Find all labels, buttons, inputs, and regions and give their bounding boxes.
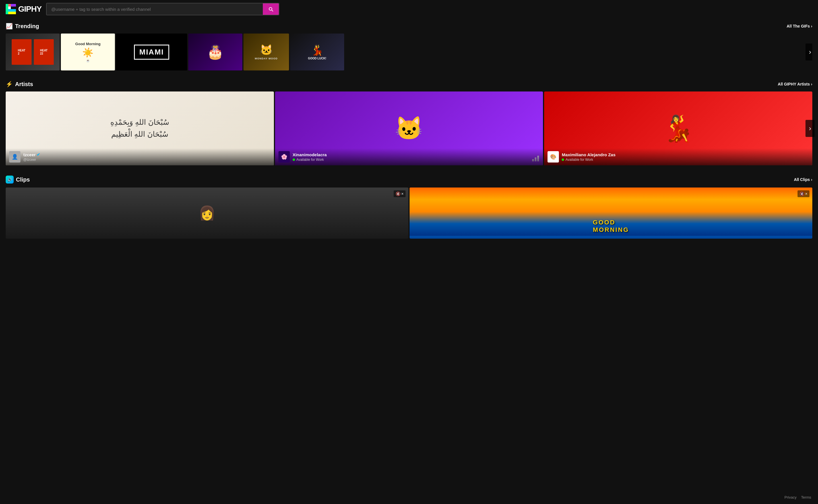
clip-1-content: 👩 [6,188,408,239]
artist-1-details: tzceer ✔ @tzceer [23,152,40,162]
all-clips-link[interactable]: All Clips › [794,177,812,182]
clip-2-content: GOODMORNING [410,188,812,239]
svg-rect-1 [8,4,11,7]
clip-2-mute-button[interactable]: 🔇 × [798,190,809,197]
artist-1-info: 👤 tzceer ✔ @tzceer [6,148,274,165]
trending-item-2[interactable]: Good Morning ☀️ ☕ [61,34,115,70]
search-bar [46,3,279,15]
giphy-logo-icon [6,4,16,14]
artist-2-details: Xinanimodelacra Available for Work [293,152,327,162]
trending-item-3[interactable]: MIAMI [116,34,187,70]
search-button[interactable] [263,3,279,15]
artists-header: ⚡ Artists All GIPHY Artists › [6,81,812,88]
trending-section: 📈 Trending All The GIFs › HEAT2 HEAT22 G… [0,18,818,76]
privacy-link[interactable]: Privacy [784,495,797,499]
clips-grid: 👩 🔇 × GOODMORNING 🔇 × [6,188,812,239]
svg-rect-3 [8,7,11,9]
clip-card-1[interactable]: 👩 🔇 × [6,188,408,239]
artist-2-name: Xinanimodelacra [293,152,327,157]
svg-rect-0 [6,4,8,14]
trending-item-4[interactable]: 🎂 [188,34,242,70]
artist-1-avatar: 👤 [9,151,20,163]
artist-3-details: Maximiliano Alejandro Zas Available for … [562,152,616,162]
artists-title: Artists [15,81,33,88]
trending-item-5[interactable]: 🐱 MONDAY MOOD [244,34,289,70]
header: GIPHY [0,0,818,18]
artist-card-3[interactable]: 💃 🎨 Maximiliano Alejandro Zas Available … [544,91,812,165]
clips-title-group: 🔊 Clips [6,176,30,184]
artist-card-1[interactable]: سُبْحَانَ اللهِ وَبِحَمْدِهِسُبْحَانَ ال… [6,91,274,165]
artist-2-content: 🐱 [395,115,423,142]
logo-text: GIPHY [18,5,41,14]
mute-icon-2: 🔇 [800,191,804,196]
clips-icon: 🔊 [6,176,14,184]
available-dot-3 [562,159,564,161]
artist-3-available: Available for Work [562,158,616,162]
svg-rect-2 [11,4,16,7]
artist-1-handle: @tzceer [23,158,40,162]
artist-3-content: 💃 [663,114,694,143]
artist-card-2[interactable]: 🐱 🌸 Xinanimodelacra Available for Work [275,91,543,165]
trending-title: Trending [15,23,39,30]
artist-3-name: Maximiliano Alejandro Zas [562,152,616,157]
available-dot-2 [293,159,295,161]
artists-title-group: ⚡ Artists [6,81,33,88]
artist-1-name: tzceer ✔ [23,152,40,157]
trending-icon: 📈 [6,23,13,30]
trending-row: HEAT2 HEAT22 Good Morning ☀️ ☕ MIAMI 🎂 🐱… [6,34,812,70]
all-artists-link[interactable]: All GIPHY Artists › [778,82,812,86]
artist-2-info: 🌸 Xinanimodelacra Available for Work [275,148,543,165]
verified-icon-1: ✔ [37,152,40,157]
trending-header: 📈 Trending All The GIFs › [6,23,812,30]
artist-1-content: سُبْحَانَ اللهِ وَبِحَمْدِهِسُبْحَانَ ال… [105,111,174,146]
trending-next-arrow[interactable]: › [805,43,812,61]
trending-item-6[interactable]: 💃 GOOD LUCK! [290,34,344,70]
clip-1-mute-button[interactable]: 🔇 × [394,190,406,197]
search-icon [268,6,274,12]
logo[interactable]: GIPHY [6,4,41,14]
mute-icon-1: 🔇 [396,191,400,196]
svg-rect-4 [8,9,16,12]
clips-header: 🔊 Clips All Clips › [6,176,812,184]
artist-3-info: 🎨 Maximiliano Alejandro Zas Available fo… [544,148,812,165]
clip-card-2[interactable]: GOODMORNING 🔇 × [410,188,812,239]
artists-section: ⚡ Artists All GIPHY Artists › سُبْحَانَ … [0,76,818,171]
clips-title: Clips [16,176,30,183]
all-gifs-link[interactable]: All The GIFs › [787,24,812,28]
artist-2-avatar: 🌸 [279,151,290,163]
footer: Privacy Terms [784,495,811,499]
clips-section: 🔊 Clips All Clips › 👩 🔇 × GOODMORNING [0,171,818,244]
artists-grid: سُبْحَانَ اللهِ وَبِحَمْدِهِسُبْحَانَ ال… [6,91,812,165]
terms-link[interactable]: Terms [801,495,811,499]
svg-rect-5 [8,12,16,14]
artist-2-available: Available for Work [293,158,327,162]
search-input[interactable] [47,3,263,15]
trending-title-group: 📈 Trending [6,23,39,30]
artists-icon: ⚡ [6,81,13,88]
artist-3-avatar: 🎨 [547,151,559,163]
artists-next-arrow[interactable]: › [805,120,815,137]
trending-item-1[interactable]: HEAT2 HEAT22 [6,34,60,70]
